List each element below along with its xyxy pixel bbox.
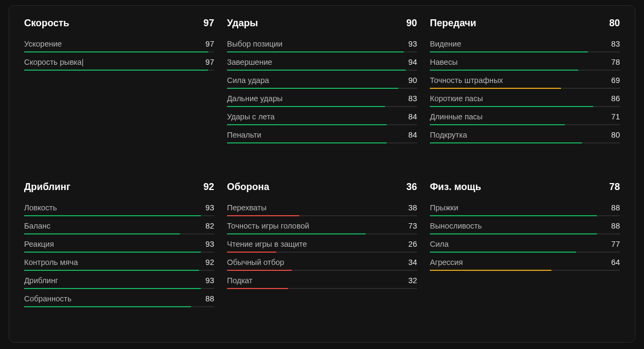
- stat-bar: [430, 124, 620, 125]
- stat-item: Дриблинг93: [24, 276, 214, 289]
- stat-label: Скорость рывка: [24, 58, 83, 66]
- stat-group-shooting: Удары90Выбор позиции93Завершение94Сила у…: [227, 18, 417, 164]
- stat-value: 93: [206, 276, 214, 285]
- stat-value: 93: [408, 40, 417, 48]
- stat-bar-fill: [227, 124, 387, 125]
- stat-item: Подкрутка80: [430, 131, 620, 143]
- stat-bar: [24, 51, 214, 52]
- stat-value: 77: [611, 240, 620, 248]
- stat-row: Перехваты38: [227, 203, 417, 215]
- stat-item: Скорость рывка97: [24, 58, 214, 71]
- stat-bar-fill: [430, 88, 561, 89]
- stat-item: Пенальти84: [227, 131, 417, 143]
- stat-value: 64: [611, 258, 620, 267]
- stat-label: Дальние удары: [227, 94, 283, 103]
- group-value: 78: [609, 181, 620, 193]
- group-header: Физ. мощь78: [430, 181, 620, 198]
- stat-row: Подкат32: [227, 276, 417, 288]
- stat-value: 69: [611, 76, 620, 85]
- stat-value: 94: [408, 58, 417, 66]
- stat-label: Короткие пасы: [430, 94, 483, 103]
- stat-value: 83: [408, 94, 417, 103]
- stat-item: Ускорение97: [24, 40, 214, 52]
- stat-value: 93: [206, 240, 214, 248]
- stat-value: 84: [408, 112, 417, 121]
- stat-label: Выбор позиции: [227, 40, 283, 48]
- stat-bar-fill: [24, 306, 191, 307]
- stat-value: 86: [611, 94, 620, 103]
- stat-row: Обычный отбор34: [227, 258, 417, 270]
- stat-item: Подкат32: [227, 276, 417, 289]
- stat-group-passing: Передачи80Видение83Навесы78Точность штра…: [430, 18, 620, 164]
- stat-label: Сила: [430, 240, 449, 248]
- stat-bar-fill: [227, 51, 404, 52]
- stat-label: Точность штрафных: [430, 76, 503, 85]
- group-header: Дриблинг92: [24, 181, 214, 198]
- stat-bar: [227, 288, 417, 289]
- stat-bar-fill: [227, 88, 398, 89]
- stat-bar: [430, 215, 620, 216]
- stat-row: Ускорение97: [24, 40, 214, 51]
- group-value: 36: [406, 181, 417, 193]
- stat-row: Выносливость88: [430, 222, 620, 233]
- stat-bar-fill: [227, 252, 276, 253]
- stat-row: Подкрутка80: [430, 131, 620, 142]
- stat-value: 88: [206, 294, 214, 303]
- stat-group-speed: Скорость97Ускорение97Скорость рывка97: [24, 18, 214, 164]
- stat-row: Навесы78: [430, 58, 620, 70]
- stat-item: Сила удара90: [227, 76, 417, 89]
- stat-bar: [24, 252, 214, 253]
- stat-row: Точность игры головой73: [227, 222, 417, 233]
- stat-item: Баланс82: [24, 222, 214, 234]
- stat-row: Удары с лета84: [227, 112, 417, 124]
- stat-bar: [227, 252, 417, 253]
- stat-label: Баланс: [24, 222, 50, 230]
- group-title: Оборона: [227, 181, 269, 193]
- group-header: Скорость97: [24, 18, 214, 34]
- stat-item: Длинные пасы71: [430, 112, 620, 125]
- stat-value: 73: [408, 222, 417, 230]
- stat-bar: [24, 233, 214, 234]
- stat-bar: [24, 270, 214, 271]
- stat-value: 82: [206, 222, 214, 230]
- stat-value: 93: [206, 203, 214, 212]
- stat-label: Ловкость: [24, 203, 57, 212]
- stat-bar: [430, 88, 620, 89]
- stat-value: 83: [611, 40, 620, 48]
- stat-label: Длинные пасы: [430, 112, 483, 121]
- stat-bar: [430, 233, 620, 234]
- stat-label: Сила удара: [227, 76, 269, 85]
- group-value: 92: [203, 181, 214, 193]
- group-value: 97: [203, 18, 214, 29]
- stat-label: Реакция: [24, 240, 54, 248]
- stat-bar-fill: [227, 106, 385, 107]
- stat-label: Обычный отбор: [227, 258, 284, 267]
- stat-item: Реакция93: [24, 240, 214, 253]
- stat-bar: [227, 51, 417, 52]
- stat-item: Выносливость88: [430, 222, 620, 234]
- stat-label: Удары с лета: [227, 112, 275, 121]
- stat-row: Выбор позиции93: [227, 40, 417, 51]
- player-stats-card: Скорость97Ускорение97Скорость рывка97Уда…: [9, 5, 635, 343]
- stat-label: Пенальти: [227, 131, 261, 139]
- stat-bar: [227, 88, 417, 89]
- group-value: 90: [406, 18, 417, 29]
- stat-row: Баланс82: [24, 222, 214, 233]
- stat-row: Собранность88: [24, 294, 214, 306]
- group-header: Передачи80: [430, 18, 620, 34]
- stat-item: Прыжки88: [430, 203, 620, 216]
- stat-item: Выбор позиции93: [227, 40, 417, 52]
- stat-row: Точность штрафных69: [430, 76, 620, 88]
- stat-label: Ускорение: [24, 40, 62, 48]
- stat-group-dribbling: Дриблинг92Ловкость93Баланс82Реакция93Кон…: [24, 181, 214, 328]
- group-title: Скорость: [24, 18, 69, 29]
- stat-row: Прыжки88: [430, 203, 620, 215]
- stat-item: Короткие пасы86: [430, 94, 620, 107]
- stat-label: Завершение: [227, 58, 272, 66]
- stat-value: 80: [611, 131, 620, 139]
- stat-bar: [227, 124, 417, 125]
- stat-row: Контроль мяча92: [24, 258, 214, 270]
- stat-bar: [24, 288, 214, 289]
- stat-value: 26: [408, 240, 417, 248]
- stat-row: Короткие пасы86: [430, 94, 620, 106]
